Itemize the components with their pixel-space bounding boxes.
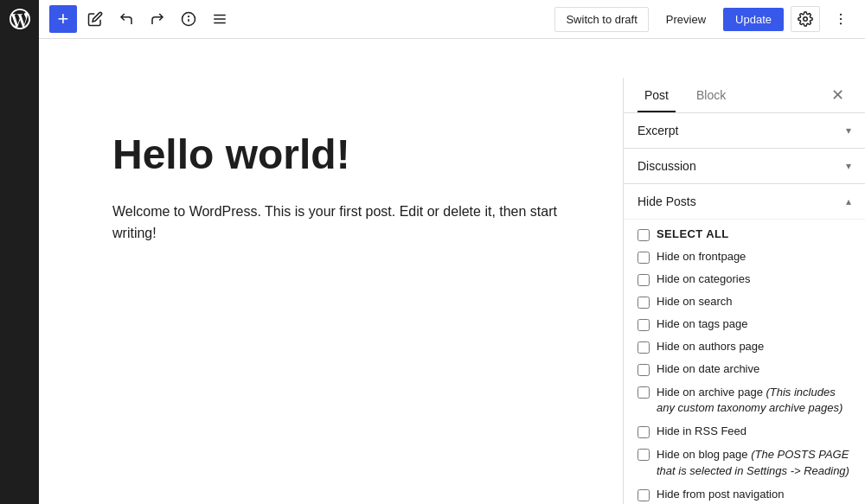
settings-button[interactable]: [791, 6, 820, 32]
checkbox-archive-page-input[interactable]: [638, 386, 650, 399]
discussion-chevron-icon: ▾: [846, 160, 851, 172]
editor-content: Hello world! Welcome to WordPress. This …: [112, 130, 588, 452]
tools-button[interactable]: [207, 6, 233, 32]
checkbox-post-navigation-label[interactable]: Hide from post navigation: [657, 488, 784, 501]
checkbox-categories-input[interactable]: [638, 274, 650, 286]
checkbox-categories: Hide on categories: [638, 268, 851, 290]
svg-point-6: [804, 17, 808, 22]
checkbox-authors-page-input[interactable]: [638, 341, 650, 354]
undo-button[interactable]: [113, 6, 139, 32]
hide-posts-section: Hide Posts ▴ SELECT ALL Hide on frontpag…: [624, 184, 865, 504]
hide-posts-body: SELECT ALL Hide on frontpage Hide on cat…: [624, 220, 865, 504]
sidebar-tabs: Post Block ✕: [624, 78, 865, 113]
checkbox-authors-page-label[interactable]: Hide on authors page: [657, 340, 764, 353]
add-block-button[interactable]: +: [49, 5, 77, 33]
checkbox-search: Hide on search: [638, 290, 851, 313]
checkbox-frontpage: Hide on frontpage: [638, 246, 851, 268]
checkbox-blog-page: Hide on blog page (The POSTS PAGE that i…: [638, 443, 851, 482]
tab-post[interactable]: Post: [638, 78, 676, 112]
svg-point-8: [840, 18, 842, 20]
checkbox-search-input[interactable]: [638, 297, 650, 309]
checkbox-tags-page: Hide on tags page: [638, 313, 851, 335]
update-button[interactable]: Update: [723, 8, 784, 31]
discussion-section: Discussion ▾: [624, 149, 865, 184]
excerpt-chevron-icon: ▾: [846, 124, 851, 137]
checkbox-blog-page-input[interactable]: [638, 449, 650, 461]
checkbox-archive-page: Hide on archive page (This includes any …: [638, 380, 851, 420]
checkbox-date-archive-input[interactable]: [638, 364, 650, 376]
checkbox-frontpage-input[interactable]: [638, 252, 650, 264]
switch-draft-button[interactable]: Switch to draft: [554, 7, 648, 32]
discussion-section-label: Discussion: [638, 159, 696, 173]
checkbox-rss-feed-label[interactable]: Hide in RSS Feed: [657, 424, 746, 437]
svg-point-7: [840, 14, 842, 16]
checkbox-tags-page-label[interactable]: Hide on tags page: [657, 317, 748, 330]
svg-point-9: [840, 22, 842, 24]
checkbox-categories-label[interactable]: Hide on categories: [657, 272, 750, 285]
checkbox-select-all-label[interactable]: SELECT ALL: [657, 227, 729, 240]
hide-posts-title: Hide Posts: [638, 195, 696, 208]
topbar-right: Switch to draft Preview Update: [554, 6, 855, 32]
checkbox-date-archive-label[interactable]: Hide on date archive: [657, 362, 759, 375]
redo-button[interactable]: [144, 6, 170, 32]
post-body[interactable]: Welcome to WordPress. This is your first…: [112, 201, 588, 245]
checkbox-tags-page-input[interactable]: [638, 319, 650, 331]
sidebar-body: Excerpt ▾ Discussion ▾ Hide Posts ▴ SELE…: [624, 113, 865, 504]
hide-posts-collapse-icon: ▴: [846, 195, 851, 207]
checkbox-select-all-input[interactable]: [638, 229, 650, 241]
checkbox-rss-feed: Hide in RSS Feed: [638, 420, 851, 443]
checkbox-rss-feed-input[interactable]: [638, 426, 650, 438]
checkbox-select-all: SELECT ALL: [638, 223, 851, 246]
checkbox-date-archive: Hide on date archive: [638, 358, 851, 380]
sidebar-close-button[interactable]: ✕: [824, 80, 851, 110]
more-options-button[interactable]: [827, 7, 855, 31]
excerpt-section-header[interactable]: Excerpt ▾: [624, 113, 865, 148]
info-button[interactable]: [176, 6, 202, 32]
excerpt-section-label: Excerpt: [638, 124, 678, 137]
checkbox-archive-page-label[interactable]: Hide on archive page (This includes any …: [657, 385, 851, 416]
excerpt-section: Excerpt ▾: [624, 113, 865, 149]
checkbox-post-navigation: Hide from post navigation: [638, 483, 851, 504]
checkbox-post-navigation-input[interactable]: [638, 489, 650, 501]
checkbox-frontpage-label[interactable]: Hide on frontpage: [657, 250, 746, 263]
checkbox-authors-page: Hide on authors page: [638, 335, 851, 358]
discussion-section-header[interactable]: Discussion ▾: [624, 149, 865, 183]
tab-block[interactable]: Block: [689, 78, 733, 112]
preview-button[interactable]: Preview: [656, 8, 716, 31]
hide-posts-section-header[interactable]: Hide Posts ▴: [624, 184, 865, 220]
edit-button[interactable]: [82, 6, 108, 32]
wp-logo[interactable]: [4, 3, 35, 35]
checkbox-blog-page-label[interactable]: Hide on blog page (The POSTS PAGE that i…: [657, 447, 851, 478]
checkbox-search-label[interactable]: Hide on search: [657, 295, 732, 308]
post-title[interactable]: Hello world!: [112, 130, 588, 180]
